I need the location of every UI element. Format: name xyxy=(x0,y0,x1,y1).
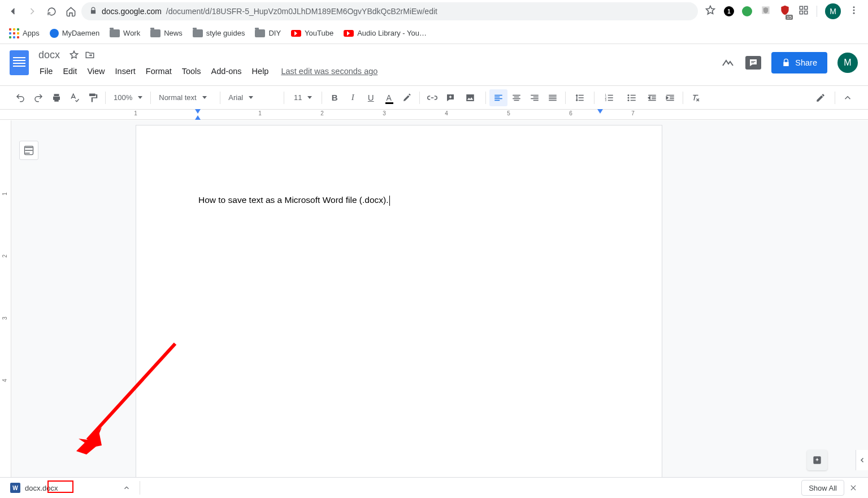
extension-ublock-icon[interactable]: 15 xyxy=(779,5,791,18)
explore-button[interactable] xyxy=(807,450,827,470)
comments-icon[interactable] xyxy=(745,56,761,70)
undo-button[interactable] xyxy=(11,89,29,106)
underline-button[interactable]: U xyxy=(362,89,380,106)
zoom-select[interactable]: 100% xyxy=(109,89,147,106)
move-folder-icon[interactable] xyxy=(85,50,95,60)
apps-shortcut[interactable]: Apps xyxy=(9,28,40,38)
insert-link-button[interactable] xyxy=(423,89,441,106)
show-side-panel-button[interactable] xyxy=(856,450,868,470)
document-body[interactable]: How to save text as a Microsoft Word fil… xyxy=(136,125,662,206)
font-size-select[interactable]: 11 xyxy=(288,89,318,106)
omnibox[interactable]: docs.google.com/document/d/18USFR-5_HupV… xyxy=(81,2,698,20)
bookmark-diy[interactable]: DIY xyxy=(255,29,281,37)
nav-back-button[interactable] xyxy=(5,3,21,20)
lock-icon xyxy=(782,58,791,67)
folder-icon xyxy=(255,29,265,37)
expand-toolbar-button[interactable] xyxy=(839,89,857,106)
right-indent-marker-icon[interactable] xyxy=(597,109,603,114)
increase-indent-button[interactable] xyxy=(661,89,679,106)
page[interactable]: How to save text as a Microsoft Word fil… xyxy=(136,125,662,477)
svg-point-15 xyxy=(628,99,630,101)
url-host: docs.google.com xyxy=(102,7,162,16)
decrease-indent-button[interactable] xyxy=(643,89,661,106)
svg-rect-1 xyxy=(805,6,808,9)
bookmark-mydaemen[interactable]: MyDaemen xyxy=(50,29,99,38)
separator xyxy=(105,92,106,104)
menu-view[interactable]: View xyxy=(83,64,109,78)
align-right-button[interactable] xyxy=(526,89,544,106)
spellcheck-button[interactable] xyxy=(66,89,84,106)
horizontal-ruler[interactable]: 1 1 2 3 4 5 6 7 xyxy=(0,110,868,120)
formatting-toolbar: 100% Normal text Arial 11 B I U A 123 xyxy=(0,86,868,110)
clear-formatting-button[interactable] xyxy=(687,89,705,106)
folder-icon xyxy=(110,29,120,37)
bold-button[interactable]: B xyxy=(326,89,344,106)
insert-comment-button[interactable] xyxy=(441,89,459,106)
account-avatar[interactable]: M xyxy=(837,53,858,73)
menu-edit[interactable]: Edit xyxy=(58,64,81,78)
chevron-down-icon xyxy=(138,96,142,99)
paint-format-button[interactable] xyxy=(84,89,102,106)
close-shelf-button[interactable] xyxy=(844,484,862,492)
svg-text:3: 3 xyxy=(605,99,607,102)
italic-button[interactable]: I xyxy=(344,89,362,106)
nav-forward-button[interactable] xyxy=(24,3,41,20)
activity-icon[interactable] xyxy=(721,55,735,70)
bookmark-audio-library[interactable]: Audio Library - You… xyxy=(344,29,427,37)
share-button[interactable]: Share xyxy=(771,52,827,73)
print-button[interactable] xyxy=(47,89,66,106)
apps-grid-icon xyxy=(9,28,19,38)
svg-rect-9 xyxy=(467,94,475,101)
insert-image-button[interactable] xyxy=(459,89,482,106)
align-left-button[interactable] xyxy=(489,89,507,106)
menu-addons[interactable]: Add-ons xyxy=(207,64,246,78)
highlight-button[interactable] xyxy=(398,89,416,106)
bulleted-list-button[interactable] xyxy=(620,89,643,106)
align-justify-button[interactable] xyxy=(544,89,562,106)
docs-logo[interactable] xyxy=(8,47,31,78)
menu-file[interactable]: File xyxy=(35,64,57,78)
extension-dot-green[interactable] xyxy=(742,6,752,16)
show-all-downloads-button[interactable]: Show All xyxy=(801,480,844,496)
divider xyxy=(817,6,817,17)
text-color-button[interactable]: A xyxy=(380,89,398,106)
line-spacing-button[interactable] xyxy=(569,89,591,106)
redo-button[interactable] xyxy=(29,89,47,106)
indent-marker-top-icon[interactable] xyxy=(195,109,201,114)
separator xyxy=(565,92,566,104)
nav-home-button[interactable] xyxy=(62,3,79,20)
indent-marker-bottom-icon[interactable] xyxy=(195,115,201,120)
extensions-list-icon[interactable] xyxy=(798,5,809,18)
separator xyxy=(594,92,594,104)
paragraph-style-select[interactable]: Normal text xyxy=(154,89,216,106)
menu-insert[interactable]: Insert xyxy=(111,64,140,78)
chrome-menu-icon[interactable] xyxy=(849,5,859,18)
menu-format[interactable]: Format xyxy=(141,64,176,78)
bookmark-work[interactable]: Work xyxy=(110,29,140,37)
extension-badge-1[interactable]: 1 xyxy=(724,6,734,16)
youtube-icon xyxy=(291,30,301,37)
editing-mode-select[interactable] xyxy=(812,93,831,103)
align-center-button[interactable] xyxy=(507,89,526,106)
bookmark-star-icon[interactable] xyxy=(705,5,716,18)
menu-tools[interactable]: Tools xyxy=(177,64,206,78)
separator xyxy=(419,92,420,104)
profile-avatar[interactable]: M xyxy=(825,3,841,19)
numbered-list-button[interactable]: 123 xyxy=(598,89,620,106)
font-family-select[interactable]: Arial xyxy=(224,89,280,106)
vertical-ruler[interactable]: 1 2 3 4 xyxy=(0,120,11,477)
bookmark-news[interactable]: News xyxy=(150,29,183,37)
menu-help[interactable]: Help xyxy=(248,64,274,78)
show-outline-button[interactable] xyxy=(19,141,38,160)
download-item[interactable]: W docx.docx xyxy=(6,479,63,496)
chevron-down-icon xyxy=(307,96,312,99)
extension-shield-icon[interactable] xyxy=(760,5,771,18)
bookmark-style-guides[interactable]: style guides xyxy=(193,29,245,37)
separator xyxy=(322,92,322,104)
download-options-button[interactable] xyxy=(119,480,134,495)
bookmark-youtube[interactable]: YouTube xyxy=(291,29,333,37)
last-edit-link[interactable]: Last edit was seconds ago xyxy=(281,67,377,76)
nav-reload-button[interactable] xyxy=(43,3,60,20)
star-icon[interactable] xyxy=(69,50,79,60)
document-title[interactable]: docx xyxy=(35,48,63,62)
